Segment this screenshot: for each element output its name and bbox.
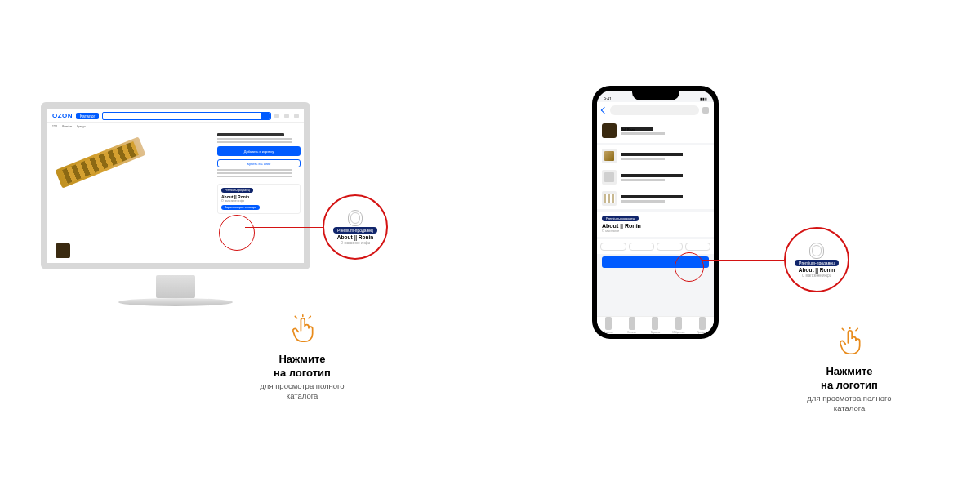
premium-badge: Premium-продавец: [602, 216, 639, 221]
callout-line: [702, 260, 784, 261]
phone-screen: 9:41 ▮▮▮ Dali Blanc Premium-продавец Abo…: [597, 91, 714, 334]
collection-list: [597, 145, 714, 209]
instruction-sub: для просмотра полного каталога: [792, 394, 906, 413]
instruction-sub: для просмотра полного каталога: [245, 381, 359, 401]
nav-home[interactable]: Главная: [597, 317, 621, 334]
nav-fav[interactable]: Избранное: [667, 317, 691, 334]
callout-badge: Premium-продавец: [333, 227, 377, 234]
thumbnail[interactable]: [56, 243, 70, 258]
instruction-block: Нажмите на логотип для просмотра полного…: [792, 327, 906, 413]
seller-header[interactable]: Dali Blanc: [597, 118, 714, 143]
nav-profile[interactable]: Профиль: [690, 317, 714, 334]
tap-hand-icon: [289, 314, 315, 345]
search-input[interactable]: [610, 105, 699, 115]
seller-block[interactable]: Premium-продавец About || Ronin О магази…: [217, 184, 301, 214]
ask-seller-button[interactable]: Задать вопрос о товаре: [221, 205, 260, 210]
seller-avatar: [602, 123, 617, 138]
monitor-stand-base: [118, 298, 233, 306]
fingerprint-icon: [348, 210, 363, 226]
phone-device: 9:41 ▮▮▮ Dali Blanc Premium-продавец Abo…: [592, 86, 719, 339]
instruction-block: Нажмите на логотип для просмотра полного…: [245, 314, 359, 401]
highlight-circle-icon: [675, 252, 704, 282]
filter-chip[interactable]: [685, 243, 711, 251]
tap-hand-icon: [836, 327, 862, 358]
premium-badge: Premium-продавец: [221, 188, 253, 193]
highlight-circle-icon: [219, 215, 255, 251]
instruction-line2: на логотип: [792, 380, 906, 392]
monitor-bezel: OZON Каталог TOPPremiumБренды Добавит: [41, 102, 310, 270]
seller-about: О магазине инфо: [221, 199, 296, 203]
orders-icon[interactable]: [274, 114, 279, 118]
header-icons: [274, 114, 299, 118]
status-time: 9:41: [604, 96, 612, 101]
ozon-body: Добавить в корзину Купить в 1 клик Premi…: [47, 130, 304, 263]
nav-catalog[interactable]: Каталог: [621, 317, 644, 334]
seller-name: About || Ronin: [602, 223, 709, 229]
list-item[interactable]: [597, 167, 714, 188]
phone-notch: [632, 91, 679, 100]
fingerprint-icon: [809, 243, 824, 259]
seller-sub: О магазине: [602, 229, 709, 233]
desktop-screen: OZON Каталог TOPPremiumБренды Добавит: [47, 109, 304, 263]
phone-header: [597, 102, 714, 118]
list-item[interactable]: [597, 188, 714, 209]
product-gallery: [47, 130, 214, 263]
ozon-logo[interactable]: OZON: [52, 112, 73, 119]
callout-line: [245, 227, 323, 228]
callout-seller-name: About || Ronin: [337, 234, 373, 240]
bottom-nav: Главная Каталог Корзина Избранное Профил…: [597, 316, 714, 334]
filter-chips: [597, 239, 714, 254]
instruction-line1: Нажмите: [792, 366, 906, 378]
callout-sub: О магазине инфо: [341, 241, 370, 245]
product-image[interactable]: [56, 136, 146, 188]
callout-zoom: Premium-продавец About || Ronin О магази…: [784, 227, 849, 292]
filter-chip[interactable]: [657, 243, 683, 251]
share-icon[interactable]: [702, 107, 709, 114]
monitor-stand-neck: [156, 275, 195, 298]
seller-info-block[interactable]: Premium-продавец About || Ronin О магази…: [597, 212, 714, 237]
one-click-buy-button[interactable]: Купить в 1 клик: [217, 159, 301, 167]
nav-cart[interactable]: Корзина: [644, 317, 667, 334]
favorites-icon[interactable]: [284, 114, 289, 118]
instruction-line2: на логотип: [245, 368, 359, 380]
callout-badge: Premium-продавец: [795, 260, 839, 266]
callout-seller-name: About || Ronin: [799, 267, 835, 273]
filter-chip[interactable]: [600, 243, 626, 251]
desktop-monitor: OZON Каталог TOPPremiumБренды Добавит: [41, 102, 310, 306]
seller-title: Dali Blanc: [621, 127, 653, 131]
status-icons: ▮▮▮: [700, 96, 707, 101]
search-input[interactable]: [102, 112, 271, 120]
ozon-header: OZON Каталог: [47, 109, 304, 123]
callout-zoom: Premium-продавец About || Ronin О магази…: [323, 194, 388, 260]
back-icon[interactable]: [601, 106, 608, 113]
ozon-nav: TOPPremiumБренды: [47, 123, 304, 130]
catalog-button[interactable]: Каталог: [76, 113, 99, 119]
add-to-cart-button[interactable]: Добавить в корзину: [217, 146, 301, 156]
cart-icon[interactable]: [294, 114, 299, 118]
filter-chip[interactable]: [629, 243, 655, 251]
callout-sub: О магазине инфо: [802, 274, 831, 278]
instruction-line1: Нажмите: [245, 354, 359, 366]
list-item[interactable]: [597, 145, 714, 167]
